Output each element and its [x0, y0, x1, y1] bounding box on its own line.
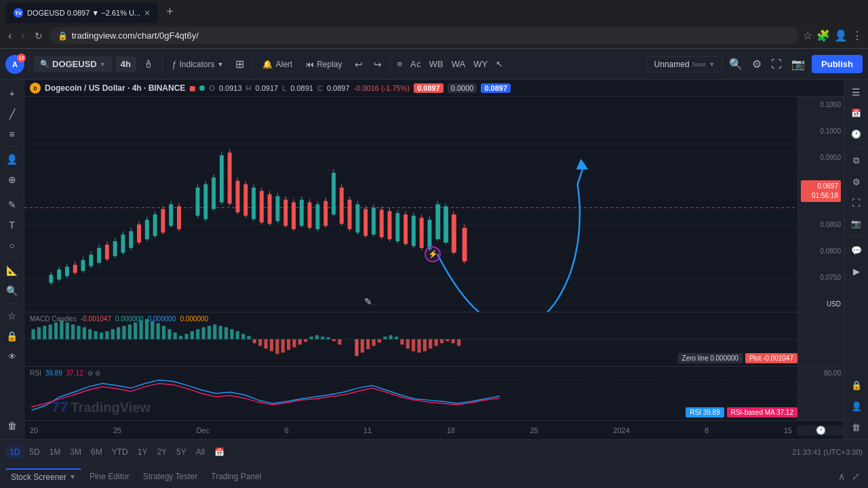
line-draw-tool[interactable]: ╱: [3, 104, 22, 123]
watchlist-sidebar-button[interactable]: ☰: [847, 83, 866, 102]
tf-1m-button[interactable]: 1M: [45, 445, 65, 459]
profile-button[interactable]: 👤: [834, 29, 848, 42]
address-bar[interactable]: 🔒 tradingview.com/chart/0gF4qt6y/: [50, 27, 799, 44]
chat-sidebar-button[interactable]: 💬: [847, 241, 866, 260]
svg-rect-175: [389, 336, 393, 340]
tf-5y-button[interactable]: 5Y: [172, 445, 191, 459]
lock-sidebar-button[interactable]: 🔒: [847, 375, 866, 394]
time-label-11: 11: [363, 426, 372, 434]
chart-header: D Dogecoin / US Dollar · 4h · BINANCE ◼ …: [24, 80, 844, 97]
freehand-tool[interactable]: ✎: [3, 195, 22, 214]
tf-all-button[interactable]: All: [192, 445, 209, 459]
trash-sidebar-button[interactable]: 🗑: [847, 418, 866, 436]
publish-button[interactable]: Publish: [812, 55, 863, 73]
lock-drawings-tool[interactable]: 🔒: [3, 327, 22, 346]
trading-panel-tab[interactable]: Trading Panel: [205, 469, 267, 484]
refresh-button[interactable]: ↻: [32, 28, 45, 44]
tf-6m-button[interactable]: 6M: [87, 445, 106, 459]
right-sidebar: ☰ 📅 🕐 ⧉ ⚙ ⛶ 📷 💬 ▶ 🔒 👤 🗑: [844, 80, 868, 439]
stock-screener-tab[interactable]: Stock Screener ▼: [5, 468, 81, 485]
svg-rect-150: [236, 331, 239, 340]
cursor-mode-button[interactable]: ↖: [493, 56, 506, 72]
svg-rect-158: [281, 340, 285, 353]
currency-selector[interactable]: USD: [801, 300, 841, 308]
main-chart-pane[interactable]: ✎ ⚡ 0.1050 0.1000 0.0950 0.0897 01:56:18…: [24, 97, 844, 312]
svg-rect-123: [83, 327, 86, 340]
settings-sidebar-button[interactable]: ⚙: [847, 172, 866, 191]
text-tool[interactable]: T: [3, 216, 22, 235]
calendar-range-button[interactable]: 📅: [210, 445, 229, 459]
svg-rect-159: [287, 340, 290, 350]
chart-canvas[interactable]: ✎ ⚡: [24, 97, 797, 312]
unnamed-button[interactable]: Unnamed Save ▼: [647, 56, 722, 73]
tf-1y-button[interactable]: 1Y: [134, 445, 152, 459]
expand-sidebar-button[interactable]: ⛶: [847, 193, 866, 212]
timeframe-button[interactable]: 4h: [115, 56, 136, 72]
collapse-panel-button[interactable]: ∧: [835, 468, 848, 485]
candle-type-button[interactable]: 🕯: [139, 56, 158, 73]
annotate-tool[interactable]: 👤: [3, 150, 22, 169]
tf-1d-button[interactable]: 1D: [5, 445, 24, 459]
clock-sidebar-button[interactable]: 🕐: [847, 125, 866, 144]
forward-button[interactable]: ›: [18, 27, 27, 45]
watchlist-tool[interactable]: ☆: [3, 306, 22, 325]
redo-button[interactable]: ↪: [370, 56, 386, 73]
text-drawing-tool[interactable]: Aᴄ: [408, 56, 424, 72]
snapshot-toolbar-icon[interactable]: 📷: [789, 55, 808, 73]
search-toolbar-icon[interactable]: 🔍: [726, 55, 745, 73]
hide-tool[interactable]: 👁: [3, 347, 22, 366]
close-tab-icon[interactable]: ×: [144, 7, 150, 18]
symbol-search-button[interactable]: 🔍 DOGEUSD ▼: [33, 56, 113, 72]
camera-sidebar-button[interactable]: 📷: [847, 214, 866, 233]
time-axis-scale-end[interactable]: 🕐: [797, 426, 844, 435]
ideas-sidebar-button[interactable]: ▶: [847, 262, 866, 281]
alert-button[interactable]: 🔔 Alert: [257, 57, 298, 72]
active-tab[interactable]: TV DOGEUSD 0.0897 ▼ −2.61% U... ×: [5, 3, 158, 23]
extensions-button[interactable]: 🧩: [816, 29, 830, 42]
svg-rect-60: [260, 191, 264, 223]
svg-rect-126: [100, 333, 103, 340]
rsi-canvas[interactable]: RSI 39.89 37.12 ⊘ ⊘: [24, 367, 797, 420]
svg-rect-184: [440, 340, 443, 344]
fullscreen-toolbar-icon[interactable]: ⛶: [768, 56, 785, 73]
undo-button[interactable]: ↩: [351, 56, 367, 73]
indicators-button[interactable]: ƒ Indicators ▼: [167, 57, 229, 72]
person-sidebar-button[interactable]: 👤: [847, 396, 866, 415]
settings-toolbar-icon[interactable]: ⚙: [749, 55, 764, 73]
circle-tool[interactable]: ○: [3, 236, 22, 255]
templates-button[interactable]: ⊞: [231, 55, 248, 73]
crosshair-tool[interactable]: +: [3, 84, 22, 103]
svg-rect-16: [73, 265, 77, 273]
svg-rect-14: [65, 267, 69, 277]
svg-rect-151: [241, 334, 245, 340]
status-bar: Stock Screener ▼ Pine Editor Strategy Te…: [0, 464, 868, 488]
replay-button[interactable]: ⏮ Replay: [300, 57, 347, 72]
more-drawing-tools2[interactable]: WY: [471, 56, 490, 72]
more-drawing-tools[interactable]: WA: [449, 56, 468, 72]
menu-button[interactable]: ⋮: [852, 29, 863, 42]
calendar-sidebar-button[interactable]: 📅: [847, 104, 866, 123]
wave-tool[interactable]: WB: [427, 56, 446, 72]
pine-editor-tab[interactable]: Pine Editor: [84, 469, 135, 484]
bookmark-button[interactable]: ☆: [803, 29, 812, 42]
macd-canvas[interactable]: MACD Candles -0.001047 0.000000 0.000000…: [24, 312, 797, 366]
horizontal-line-tool[interactable]: ≡: [3, 125, 22, 144]
expand-panel-button[interactable]: ⤢: [849, 468, 863, 485]
tf-ytd-button[interactable]: YTD: [108, 445, 132, 459]
right-divider2: [850, 237, 863, 237]
strategy-tester-tab[interactable]: Strategy Tester: [138, 469, 203, 484]
tf-3m-button[interactable]: 3M: [66, 445, 85, 459]
tf-5d-button[interactable]: 5D: [25, 445, 43, 459]
back-button[interactable]: ‹: [5, 27, 14, 45]
trash-tool[interactable]: 🗑: [3, 416, 22, 435]
bar-chart-tool[interactable]: ≡: [395, 56, 406, 72]
svg-rect-121: [71, 325, 75, 340]
layers-sidebar-button[interactable]: ⧉: [847, 151, 866, 170]
bottom-toolbar: 1D 5D 1M 3M 6M YTD 1Y 2Y 5Y All 📅 21:33:…: [0, 439, 868, 464]
user-avatar[interactable]: A 13: [5, 55, 24, 74]
zoom-tool[interactable]: 🔍: [3, 281, 22, 300]
tf-2y-button[interactable]: 2Y: [153, 445, 171, 459]
pattern-tool[interactable]: ⊕: [3, 170, 22, 189]
new-tab-button[interactable]: +: [161, 2, 179, 22]
measure-tool[interactable]: 📐: [3, 261, 22, 280]
